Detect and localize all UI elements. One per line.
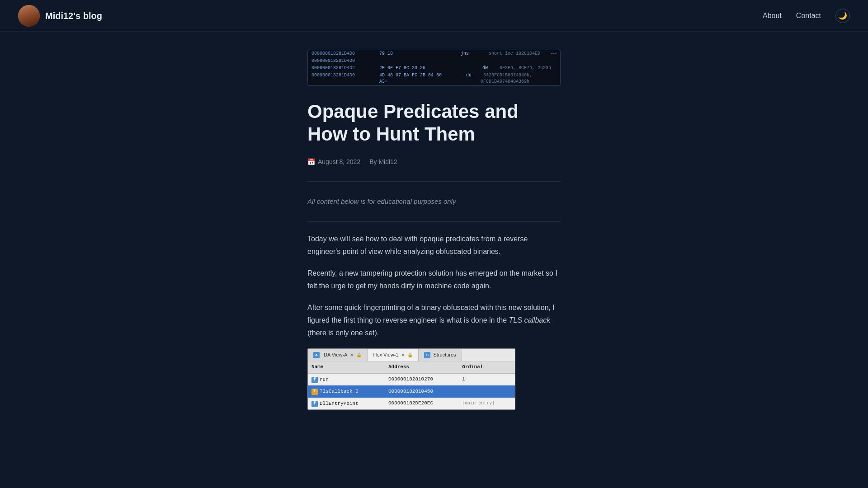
ida-tab-label-structures: Structures	[433, 351, 456, 359]
paragraph-2: Recently, a new tampering protection sol…	[307, 267, 561, 292]
ida-tab-icon-s: S	[424, 352, 430, 358]
row-address: 000000182810270	[385, 373, 458, 385]
row-address: 000000182DE20EC	[385, 398, 458, 410]
tls-callback-italic: TLS callback	[509, 316, 551, 324]
post-date-text: August 8, 2022	[318, 157, 360, 167]
ida-table-header: Name Address Ordinal	[308, 361, 515, 373]
site-header: Midi12's blog About Contact 🌙	[0, 0, 868, 32]
disclaimer-text: All content below is for educational pur…	[307, 192, 561, 211]
row-name: f run	[308, 373, 385, 385]
main-content: 000000018281D4D079 18jns short loc_18281…	[298, 32, 570, 437]
ida-screenshot: A IDA View-A ✕ 🔒 Hex View-1 ✕ 🔒 S Struct…	[307, 348, 515, 410]
func-icon-dll: f	[311, 401, 318, 407]
ida-tab-view-a: A IDA View-A ✕ 🔒	[308, 349, 368, 361]
post-title: Opaque Predicates and How to Hunt Them	[307, 100, 561, 146]
divider-bottom	[307, 221, 561, 222]
ida-tab-hex-view: Hex View-1 ✕ 🔒	[368, 349, 419, 361]
main-nav: About Contact 🌙	[763, 9, 850, 23]
col-name: Name	[308, 361, 385, 373]
row-name: f DllEntryPoint	[308, 398, 385, 410]
table-row[interactable]: f DllEntryPoint 000000182DE20EC [main en…	[308, 398, 515, 410]
post-author: By Midi12	[369, 157, 397, 167]
blog-title: Midi12's blog	[45, 9, 102, 23]
ida-titlebar: A IDA View-A ✕ 🔒 Hex View-1 ✕ 🔒 S Struct…	[308, 349, 515, 361]
row-icon-run: f run	[311, 375, 329, 384]
calendar-icon: 📅	[307, 157, 315, 167]
hero-code-image: 000000018281D4D079 18jns short loc_18281…	[307, 50, 561, 86]
row-name: T TlsCallback_0	[308, 385, 385, 398]
row-ordinal: [main entry]	[458, 398, 515, 410]
row-ordinal: 1	[458, 373, 515, 385]
post-body: Today we will see how to deal with opaqu…	[307, 233, 561, 410]
paragraph-3: After some quick fingerprinting of a bin…	[307, 301, 561, 339]
avatar	[18, 5, 40, 27]
ida-functions-table: Name Address Ordinal f run 000000182	[308, 361, 515, 409]
paragraph-1: Today we will see how to deal with opaqu…	[307, 233, 561, 258]
ida-tab-close-hex[interactable]: ✕	[401, 351, 405, 359]
func-icon-run: f	[311, 377, 318, 383]
ida-tab-structures: S Structures	[419, 349, 462, 361]
col-ordinal: Ordinal	[458, 361, 515, 373]
ida-tab-label-hex: Hex View-1	[373, 351, 398, 359]
ida-tab-close-a[interactable]: ✕	[350, 351, 354, 359]
dark-mode-toggle[interactable]: 🌙	[835, 9, 850, 23]
row-icon-dll: f DllEntryPoint	[311, 399, 359, 408]
row-ordinal	[458, 385, 515, 398]
func-icon-tls: T	[311, 389, 318, 395]
nav-contact[interactable]: Contact	[796, 10, 821, 22]
post-meta: 📅 August 8, 2022 By Midi12	[307, 157, 561, 167]
main-entry-badge: [main entry]	[462, 401, 495, 406]
ida-tab-lock-hex: 🔒	[407, 351, 413, 359]
header-brand: Midi12's blog	[18, 5, 102, 27]
ida-tab-lock-a: 🔒	[356, 351, 362, 359]
table-row[interactable]: T TlsCallback_0 000000182810450	[308, 385, 515, 398]
nav-about[interactable]: About	[763, 10, 782, 22]
table-row[interactable]: f run 000000182810270 1	[308, 373, 515, 385]
post-date: 📅 August 8, 2022	[307, 157, 360, 167]
col-address: Address	[385, 361, 458, 373]
ida-tab-label-a: IDA View-A	[322, 351, 347, 359]
divider-top	[307, 181, 561, 182]
row-icon-tls: T TlsCallback_0	[311, 387, 359, 396]
row-address: 000000182810450	[385, 385, 458, 398]
ida-tab-icon-a: A	[313, 352, 320, 358]
